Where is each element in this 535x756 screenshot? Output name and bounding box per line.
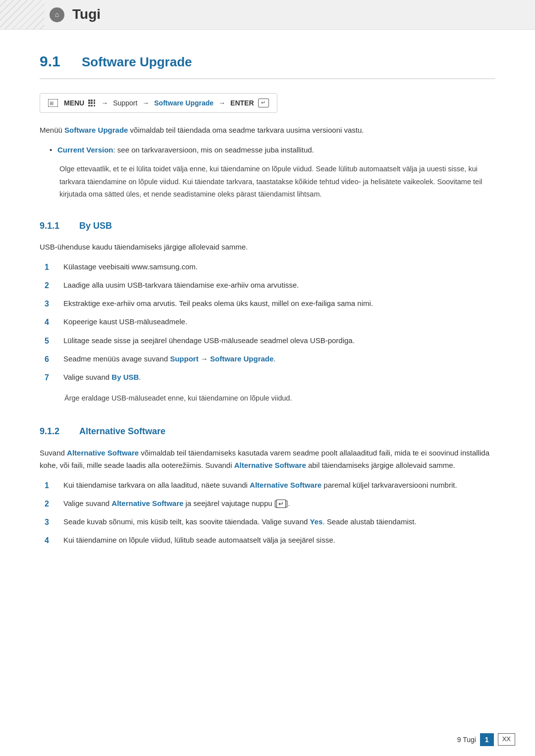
footer-page-box: XX [498, 733, 515, 746]
step-912-num-4: 4 [45, 534, 58, 547]
menu-grid-icon [88, 100, 95, 106]
footer-chapter-label: 9 Tugi [457, 734, 476, 745]
main-content: 9.1 Software Upgrade ⊞ MENU [0, 30, 535, 585]
section-912-steps: 1 Kui täiendamise tarkvara on alla laadi… [40, 479, 495, 548]
step-num-2: 2 [45, 279, 58, 292]
alt-sw-step1: Alternative Software [250, 481, 321, 489]
section-91-heading: 9.1 Software Upgrade [40, 50, 495, 79]
support-label: Support [113, 98, 137, 108]
section-91-intro: Menüü Software Upgrade võimaldab teil tä… [40, 124, 495, 137]
step-911-1-text: Külastage veebisaiti www.samsung.com. [63, 260, 198, 273]
section-91-title: Software Upgrade [82, 52, 192, 73]
arrow1: → [101, 98, 108, 108]
alt-sw-bold-1: Alternative Software [67, 449, 139, 457]
section-912-intro: Suvand Alternative Software võimaldab te… [40, 447, 495, 472]
step-912-2-text: Valige suvand Alternative Software ja se… [63, 497, 290, 510]
step-num-6: 6 [45, 353, 58, 366]
section-912-title: Alternative Software [79, 424, 165, 439]
menu-path-box: ⊞ MENU → Support → Software Upgrade → EN… [40, 93, 277, 113]
footer-page-number: 1 [480, 733, 494, 746]
arrow3: → [218, 98, 225, 108]
section-912-heading: 9.1.2 Alternative Software [40, 424, 495, 439]
section-911-intro: USB-ühenduse kaudu täiendamiseks järgige… [40, 241, 495, 253]
support-bold: Support [170, 354, 199, 363]
step-911-7: 7 Valige suvand By USB. [45, 371, 495, 384]
software-upgrade-bold: Software Upgrade [210, 354, 273, 363]
step-911-3: 3 Ekstraktige exe-arhiiv oma arvutis. Te… [45, 297, 495, 310]
step-911-6: 6 Seadme menüüs avage suvand Support → S… [45, 353, 495, 366]
step-911-4: 4 Kopeerige kaust USB-mäluseadmele. [45, 315, 495, 329]
by-usb-bold: By USB [111, 373, 139, 381]
page-footer: 9 Tugi 1 XX [457, 733, 515, 746]
menu-label: MENU [64, 98, 84, 108]
section-911-steps: 1 Külastage veebisaiti www.samsung.com. … [40, 260, 495, 384]
menu-icon: ⊞ [48, 99, 59, 107]
step-num-7: 7 [45, 371, 58, 384]
usb-warning: Ärge eraldage USB-mäluseadet enne, kui t… [64, 392, 495, 404]
arrow2: → [142, 98, 149, 108]
section-91-number: 9.1 [40, 50, 67, 73]
step-912-num-1: 1 [45, 479, 58, 492]
step-num-5: 5 [45, 334, 58, 348]
step-911-6-text: Seadme menüüs avage suvand Support → Sof… [63, 353, 276, 365]
current-version-label: Current Version [57, 146, 113, 154]
software-upgrade-inline: Software Upgrade [64, 126, 128, 134]
software-upgrade-label: Software Upgrade [154, 98, 214, 108]
svg-text:⊞: ⊞ [50, 101, 54, 106]
step-num-3: 3 [45, 297, 58, 310]
step-911-2-text: Laadige alla uusim USB-tarkvara täiendam… [63, 279, 299, 292]
step-num-1: 1 [45, 260, 58, 274]
step-911-3-text: Ekstraktige exe-arhiiv oma arvutis. Teil… [63, 297, 373, 310]
step-912-num-2: 2 [45, 497, 58, 510]
step-912-1-text: Kui täiendamise tarkvara on alla laaditu… [63, 479, 457, 492]
alt-sw-step2: Alternative Software [111, 499, 183, 507]
section-911-number: 9.1.1 [40, 219, 69, 233]
step-912-num-3: 3 [45, 515, 58, 529]
bullet-current-version: Current Version: see on tarkvaraversioon… [50, 144, 495, 156]
page-wrapper: ⌂ Tugi 9.1 Software Upgrade ⊞ MENU [0, 0, 535, 756]
step-912-1: 1 Kui täiendamise tarkvara on alla laadi… [45, 479, 495, 492]
enter-label: ENTER [230, 98, 254, 108]
step-912-4: 4 Kui täiendamine on lõpule viidud, lüli… [45, 534, 495, 547]
yes-bold: Yes [310, 517, 323, 526]
section-912-number: 9.1.2 [40, 424, 69, 439]
page-title: Tugi [72, 3, 101, 26]
enter-icon: ↵ [258, 99, 269, 107]
alt-sw-bold-2: Alternative Software [234, 461, 306, 469]
step-912-2: 2 Valige suvand Alternative Software ja … [45, 497, 495, 510]
section-911-heading: 9.1.1 By USB [40, 219, 495, 233]
step-911-5: 5 Lülitage seade sisse ja seejärel ühend… [45, 334, 495, 348]
step-911-4-text: Kopeerige kaust USB-mäluseadmele. [63, 315, 187, 328]
step-912-3-text: Seade kuvab sõnumi, mis küsib teilt, kas… [63, 515, 417, 528]
step-911-7-text: Valige suvand By USB. [63, 371, 141, 384]
bullet-list: Current Version: see on tarkvaraversioon… [40, 144, 495, 156]
top-bar: ⌂ Tugi [0, 0, 535, 30]
step-911-2: 2 Laadige alla uusim USB-tarkvara täiend… [45, 279, 495, 292]
current-version-text: : see on tarkvaraversioon, mis on seadme… [113, 146, 314, 154]
home-icon: ⌂ [50, 7, 64, 22]
step-911-5-text: Lülitage seade sisse ja seejärel ühendag… [63, 334, 355, 347]
step-912-3: 3 Seade kuvab sõnumi, mis küsib teilt, k… [45, 515, 495, 529]
step-912-4-text: Kui täiendamine on lõpule viidud, lülitu… [63, 534, 335, 547]
section-911-title: By USB [79, 219, 112, 233]
section-91-note: Olge ettevaatlik, et te ei lülita toidet… [59, 163, 495, 201]
step-911-1: 1 Külastage veebisaiti www.samsung.com. [45, 260, 495, 274]
step-num-4: 4 [45, 315, 58, 329]
